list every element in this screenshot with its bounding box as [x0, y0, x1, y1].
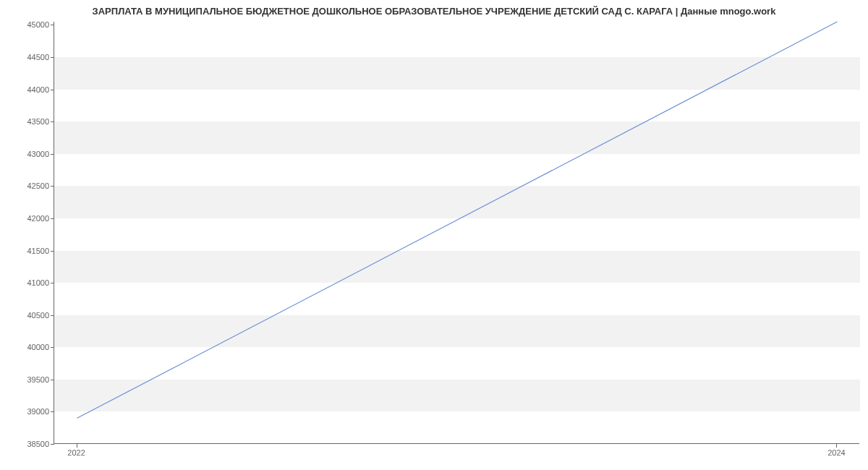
y-tick-mark [51, 251, 54, 252]
x-tick-mark [836, 444, 837, 448]
y-tick-label: 42500 [6, 181, 49, 190]
y-tick-label: 41000 [6, 278, 49, 287]
y-tick-label: 43500 [6, 117, 49, 126]
y-tick-label: 39500 [6, 375, 49, 384]
line-series [54, 22, 860, 444]
y-tick-mark [51, 121, 54, 122]
y-tick-label: 39000 [6, 407, 49, 416]
plot-area [54, 22, 859, 444]
y-tick-mark [51, 218, 54, 219]
x-tick-label: 2024 [827, 448, 845, 457]
y-tick-mark [51, 347, 54, 348]
x-tick-label: 2022 [67, 448, 85, 457]
y-tick-mark [51, 154, 54, 155]
y-tick-label: 41500 [6, 247, 49, 255]
y-tick-mark [51, 444, 54, 445]
y-tick-mark [51, 411, 54, 412]
chart-container: ЗАРПЛАТА В МУНИЦИПАЛЬНОЕ БЮДЖЕТНОЕ ДОШКО… [0, 0, 868, 470]
x-tick-mark [77, 444, 77, 448]
y-tick-label: 42000 [6, 214, 49, 223]
y-tick-mark [51, 380, 54, 380]
y-tick-label: 38500 [6, 440, 49, 448]
y-tick-label: 43000 [6, 150, 49, 158]
y-tick-mark [51, 57, 54, 58]
y-tick-mark [51, 186, 54, 187]
y-tick-label: 45000 [6, 20, 49, 29]
y-tick-label: 40500 [6, 311, 49, 320]
chart-title: ЗАРПЛАТА В МУНИЦИПАЛЬНОЕ БЮДЖЕТНОЕ ДОШКО… [0, 6, 868, 17]
y-tick-label: 40000 [6, 343, 49, 351]
y-tick-mark [51, 315, 54, 316]
y-tick-label: 44000 [6, 85, 49, 94]
y-tick-label: 44500 [6, 53, 49, 61]
y-tick-mark [51, 25, 54, 25]
y-tick-mark [51, 283, 54, 283]
y-tick-mark [51, 90, 54, 90]
